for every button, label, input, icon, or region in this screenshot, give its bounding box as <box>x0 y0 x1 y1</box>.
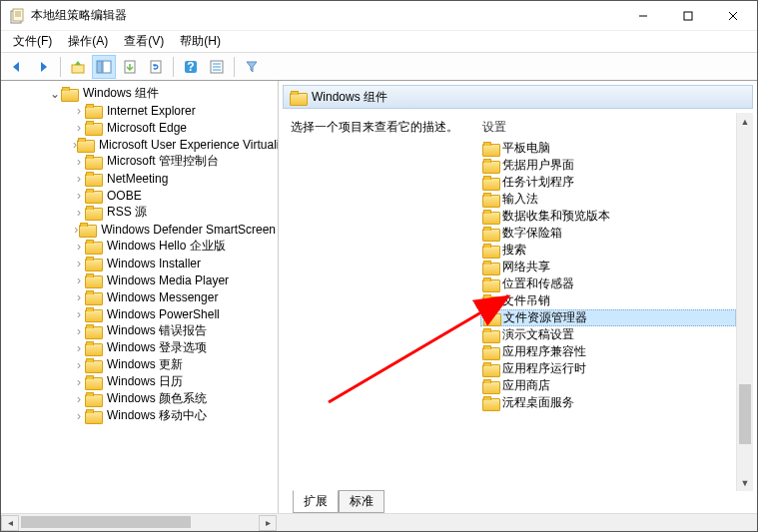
tree-node-label[interactable]: Windows 移动中心 <box>105 407 209 424</box>
tree-node[interactable]: ›Internet Explorer <box>1 102 278 119</box>
list-item[interactable]: 凭据用户界面 <box>480 157 736 174</box>
scroll-thumb[interactable] <box>21 516 191 528</box>
show-hide-tree-button[interactable] <box>92 55 116 79</box>
up-button[interactable] <box>66 55 90 79</box>
tree-node[interactable]: ›Microsoft Edge <box>1 119 278 136</box>
tree-node-label[interactable]: Windows 错误报告 <box>105 322 209 339</box>
tree-node-label[interactable]: Windows Messenger <box>105 290 220 304</box>
menu-view[interactable]: 查看(V) <box>116 31 172 52</box>
filter-button[interactable] <box>240 55 264 79</box>
tree-node-label[interactable]: Windows 登录选项 <box>105 339 209 356</box>
list-item[interactable]: 文件吊销 <box>480 292 736 309</box>
settings-list[interactable]: 平板电脑凭据用户界面任务计划程序输入法数据收集和预览版本数字保险箱搜索网络共享位… <box>480 140 736 411</box>
collapse-icon[interactable]: ⌄ <box>49 88 61 100</box>
tree-node[interactable]: ›Windows Media Player <box>1 271 278 288</box>
tree-node-label[interactable]: NetMeeting <box>105 172 170 186</box>
expand-icon[interactable]: › <box>73 393 85 405</box>
list-item[interactable]: 应用程序运行时 <box>480 360 736 377</box>
tree-node-label[interactable]: Windows Hello 企业版 <box>105 238 228 255</box>
expand-icon[interactable]: › <box>73 173 85 185</box>
list-item[interactable]: 网络共享 <box>480 259 736 275</box>
scroll-thumb[interactable] <box>739 384 751 444</box>
scroll-track[interactable] <box>19 515 259 531</box>
list-item[interactable]: 任务计划程序 <box>480 174 736 191</box>
list-item[interactable]: 数据收集和预览版本 <box>480 208 736 225</box>
expand-icon[interactable]: › <box>73 325 85 337</box>
properties-button[interactable] <box>205 55 229 79</box>
list-item[interactable]: 数字保险箱 <box>480 225 736 242</box>
tree-node-label[interactable]: Microsoft 管理控制台 <box>105 153 221 170</box>
tree[interactable]: ⌄ Windows 组件 ›Internet Explorer›Microsof… <box>1 81 278 513</box>
menu-file[interactable]: 文件(F) <box>5 31 60 52</box>
expand-icon[interactable]: › <box>73 241 85 253</box>
tree-node-label[interactable]: RSS 源 <box>105 204 149 221</box>
list-item[interactable]: 沅程桌面服务 <box>480 394 736 411</box>
maximize-button[interactable] <box>665 1 710 30</box>
list-item[interactable]: 应用程序兼容性 <box>480 343 736 360</box>
close-button[interactable] <box>710 1 755 30</box>
scroll-track[interactable] <box>737 444 753 474</box>
scroll-left-button[interactable]: ◂ <box>1 515 19 531</box>
expand-icon[interactable]: › <box>73 291 85 303</box>
scroll-down-button[interactable]: ▼ <box>737 474 753 491</box>
expand-icon[interactable]: › <box>73 156 85 168</box>
expand-icon[interactable]: › <box>73 274 85 286</box>
menu-help[interactable]: 帮助(H) <box>172 31 229 52</box>
list-item[interactable]: 位置和传感器 <box>480 275 736 292</box>
expand-icon[interactable]: › <box>73 207 85 219</box>
tree-node[interactable]: ›OOBE <box>1 187 278 204</box>
expand-icon[interactable]: › <box>73 105 85 117</box>
back-button[interactable] <box>5 55 29 79</box>
tree-node[interactable]: ›Windows 颜色系统 <box>1 390 278 407</box>
expand-icon[interactable]: › <box>73 122 85 134</box>
tree-node-label[interactable]: Windows PowerShell <box>105 307 222 321</box>
scroll-track[interactable] <box>737 130 753 384</box>
list-item[interactable]: 文件资源管理器 <box>480 309 736 326</box>
tree-node[interactable]: ›Windows 日历 <box>1 373 278 390</box>
tree-root-node[interactable]: ⌄ Windows 组件 <box>1 85 278 102</box>
tree-node-label[interactable]: Windows Defender SmartScreen <box>99 223 278 237</box>
menu-action[interactable]: 操作(A) <box>60 31 116 52</box>
tree-node-label[interactable]: Windows 组件 <box>81 85 161 102</box>
tree-node-label[interactable]: Microsoft Edge <box>105 121 189 135</box>
list-item[interactable]: 平板电脑 <box>480 140 736 157</box>
export-button[interactable] <box>118 55 142 79</box>
list-item[interactable]: 演示文稿设置 <box>480 326 736 343</box>
tree-node[interactable]: ›Windows 登录选项 <box>1 339 278 356</box>
expand-icon[interactable]: › <box>73 258 85 269</box>
list-item[interactable]: 搜索 <box>480 242 736 259</box>
tree-node-label[interactable]: Microsoft User Experience Virtualization <box>97 138 278 152</box>
horizontal-scrollbar[interactable]: ◂ ▸ <box>1 513 757 531</box>
tree-node[interactable]: ›Windows 错误报告 <box>1 322 278 339</box>
refresh-button[interactable] <box>144 55 168 79</box>
tree-node[interactable]: ›Windows Messenger <box>1 288 278 305</box>
tab-standard[interactable]: 标准 <box>339 490 384 513</box>
tab-extend[interactable]: 扩展 <box>293 490 339 513</box>
tree-node[interactable]: ›Microsoft User Experience Virtualizatio… <box>1 136 278 153</box>
tree-node[interactable]: ›Windows 更新 <box>1 356 278 373</box>
tree-node-label[interactable]: Windows 颜色系统 <box>105 390 209 407</box>
tree-node-label[interactable]: Windows 日历 <box>105 373 185 390</box>
expand-icon[interactable]: › <box>73 342 85 354</box>
tree-node[interactable]: ›Windows 移动中心 <box>1 407 278 424</box>
tree-node[interactable]: ›Microsoft 管理控制台 <box>1 153 278 170</box>
tree-node-label[interactable]: OOBE <box>105 189 144 203</box>
help-button[interactable]: ? <box>179 55 203 79</box>
list-item[interactable]: 输入法 <box>480 191 736 208</box>
expand-icon[interactable]: › <box>73 376 85 388</box>
list-item[interactable]: 应用商店 <box>480 377 736 394</box>
tree-node-label[interactable]: Windows 更新 <box>105 356 185 373</box>
forward-button[interactable] <box>31 55 55 79</box>
scroll-up-button[interactable]: ▲ <box>737 113 753 130</box>
minimize-button[interactable] <box>620 1 665 30</box>
tree-node[interactable]: ›RSS 源 <box>1 204 278 221</box>
tree-node[interactable]: ›Windows Hello 企业版 <box>1 238 278 255</box>
tree-node[interactable]: ›Windows PowerShell <box>1 305 278 322</box>
expand-icon[interactable]: › <box>73 308 85 320</box>
tree-node-label[interactable]: Internet Explorer <box>105 104 198 118</box>
tree-node-label[interactable]: Windows Media Player <box>105 273 231 287</box>
settings-column-header[interactable]: 设置 <box>480 117 736 140</box>
vertical-scrollbar[interactable]: ▲ ▼ <box>736 113 753 491</box>
tree-node[interactable]: ›Windows Installer <box>1 255 278 271</box>
tree-node-label[interactable]: Windows Installer <box>105 257 203 270</box>
